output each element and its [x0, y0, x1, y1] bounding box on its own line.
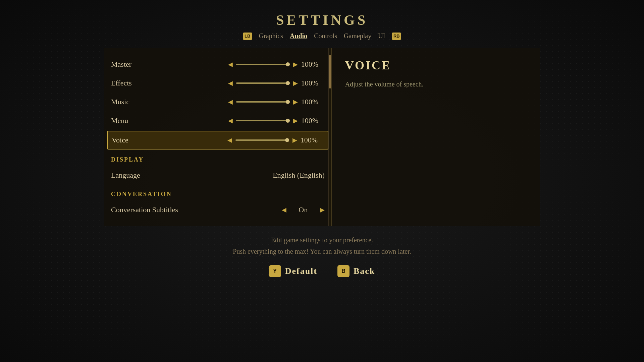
music-slider-dot	[286, 100, 290, 104]
rb-button[interactable]: RB	[392, 33, 401, 40]
default-button[interactable]: Y Default	[269, 265, 317, 277]
effects-slider-fill	[236, 82, 290, 84]
setting-row-music[interactable]: Music ◀ ▶ 100%	[104, 93, 331, 111]
effects-arrow-right[interactable]: ▶	[293, 79, 298, 87]
voice-arrow-right[interactable]: ▶	[292, 136, 297, 144]
tab-graphics[interactable]: Graphics	[259, 32, 283, 40]
setting-row-effects[interactable]: Effects ◀ ▶ 100%	[104, 74, 331, 93]
footer-buttons: Y Default B Back	[233, 265, 411, 277]
effects-arrow-left[interactable]: ◀	[228, 79, 233, 87]
default-button-icon: Y	[269, 265, 281, 277]
music-value: 100%	[301, 98, 325, 106]
master-slider-container: ◀ ▶ 100%	[228, 60, 325, 69]
footer-hint: Edit game settings to your preference. P…	[233, 234, 411, 257]
master-slider-fill	[236, 64, 290, 65]
main-content: Master ◀ ▶ 100% Effects ◀	[104, 48, 540, 226]
voice-label: Voice	[112, 136, 185, 144]
menu-slider-container: ◀ ▶ 100%	[228, 116, 325, 125]
display-section-header: DISPLAY	[104, 150, 331, 166]
master-arrow-right[interactable]: ▶	[293, 61, 298, 68]
subtitles-value: On	[290, 205, 317, 214]
voice-slider-track[interactable]	[235, 139, 289, 141]
conversation-subtitles-toggle: ◀ On ▶	[282, 205, 325, 214]
header: SETTINGS LB Graphics Audio Controls Game…	[243, 12, 401, 40]
nav-tabs: LB Graphics Audio Controls Gameplay UI R…	[243, 32, 401, 40]
music-label: Music	[111, 98, 185, 106]
tab-audio[interactable]: Audio	[290, 32, 307, 40]
master-arrow-left[interactable]: ◀	[228, 61, 233, 68]
music-slider-fill	[236, 101, 290, 103]
back-button[interactable]: B Back	[337, 265, 375, 277]
menu-value: 100%	[301, 116, 325, 125]
master-value: 100%	[301, 60, 325, 69]
menu-slider-fill	[236, 120, 290, 121]
back-button-icon: B	[337, 265, 350, 277]
music-slider-container: ◀ ▶ 100%	[228, 98, 325, 106]
voice-arrow-left[interactable]: ◀	[227, 136, 232, 144]
master-label: Master	[111, 60, 185, 69]
voice-slider-dot	[285, 138, 289, 142]
effects-slider-dot	[286, 81, 290, 85]
menu-label: Menu	[111, 116, 185, 125]
effects-slider-track[interactable]	[236, 82, 290, 84]
master-slider-track[interactable]	[236, 64, 290, 65]
music-slider-track[interactable]	[236, 101, 290, 103]
music-arrow-left[interactable]: ◀	[228, 98, 233, 106]
setting-row-conversation-subtitles[interactable]: Conversation Subtitles ◀ On ▶	[104, 200, 331, 219]
setting-row-menu[interactable]: Menu ◀ ▶ 100%	[104, 111, 331, 130]
default-button-label: Default	[285, 266, 317, 276]
menu-arrow-left[interactable]: ◀	[228, 117, 233, 124]
voice-slider-fill	[235, 139, 289, 141]
music-arrow-right[interactable]: ▶	[293, 98, 298, 106]
right-panel: VOICE Adjust the volume of speech.	[331, 48, 540, 226]
scroll-thumb[interactable]	[329, 55, 331, 88]
menu-arrow-right[interactable]: ▶	[293, 117, 298, 124]
menu-slider-track[interactable]	[236, 120, 290, 121]
voice-slider-container: ◀ ▶ 100%	[227, 136, 324, 144]
voice-value: 100%	[301, 136, 324, 144]
lb-button[interactable]: LB	[243, 33, 252, 40]
back-button-label: Back	[354, 266, 375, 276]
conversation-subtitles-label: Conversation Subtitles	[111, 205, 185, 214]
effects-slider-container: ◀ ▶ 100%	[228, 79, 325, 87]
menu-slider-dot	[286, 119, 290, 123]
language-value: English (English)	[273, 171, 325, 180]
subtitles-arrow-right[interactable]: ▶	[320, 206, 325, 214]
right-panel-description: Adjust the volume of speech.	[345, 79, 526, 89]
tab-controls[interactable]: Controls	[314, 32, 337, 40]
language-label: Language	[111, 171, 185, 180]
left-panel: Master ◀ ▶ 100% Effects ◀	[104, 48, 331, 226]
effects-label: Effects	[111, 79, 185, 87]
setting-row-voice[interactable]: Voice ◀ ▶ 100%	[107, 131, 329, 149]
master-slider-dot	[286, 62, 290, 66]
page-title: SETTINGS	[243, 12, 401, 28]
page-container: SETTINGS LB Graphics Audio Controls Game…	[0, 0, 644, 362]
footer-hint-line2: Push everything to the max! You can alwa…	[233, 246, 411, 257]
effects-value: 100%	[301, 79, 325, 87]
footer: Edit game settings to your preference. P…	[233, 234, 411, 277]
right-panel-title: VOICE	[345, 58, 526, 72]
conversation-section-header: CONVERSATION	[104, 185, 331, 200]
tab-ui[interactable]: UI	[378, 32, 385, 40]
subtitles-arrow-left[interactable]: ◀	[282, 206, 286, 214]
setting-row-master[interactable]: Master ◀ ▶ 100%	[104, 55, 331, 74]
footer-hint-line1: Edit game settings to your preference.	[233, 234, 411, 246]
tab-gameplay[interactable]: Gameplay	[344, 32, 371, 40]
setting-row-language[interactable]: Language English (English)	[104, 166, 331, 185]
